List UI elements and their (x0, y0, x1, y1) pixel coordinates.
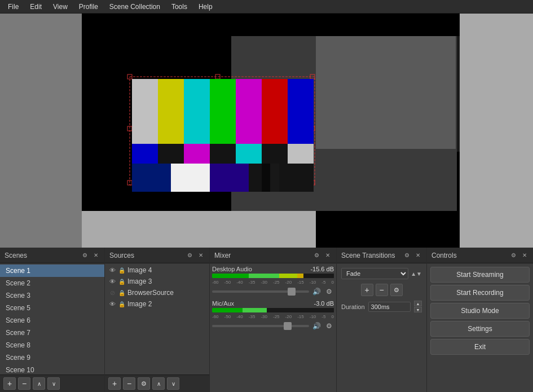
duration-down-button[interactable]: ▼ (414, 307, 422, 312)
track-header: Mic/Aux -3.0 dB (212, 300, 334, 307)
mute-button[interactable]: 🔊 (311, 287, 321, 297)
sources-panel-header: Sources ⚙ ✕ (105, 248, 209, 263)
mixer-panel: Mixer ⚙ ✕ Desktop Audio -15.6 dB (210, 248, 337, 392)
scene-item[interactable]: Scene 9 (0, 351, 104, 364)
lock-icon: 🔒 (118, 279, 125, 285)
scene-item[interactable]: Scene 1 (0, 265, 104, 277)
add-transition-button[interactable]: + (361, 284, 373, 296)
source-label: Image 4 (127, 266, 152, 274)
transitions-panel-header: Scene Transitions ⚙ ✕ (337, 248, 426, 263)
scene-up-button[interactable]: ∧ (33, 377, 45, 390)
svg-rect-6 (82, 36, 85, 211)
mixer-settings-button[interactable]: ⚙ (324, 287, 334, 297)
transitions-close-icon[interactable]: ✕ (414, 252, 422, 259)
scenes-toolbar: + − ∧ ∨ (0, 375, 104, 392)
scene-item[interactable]: Scene 7 (0, 327, 104, 339)
mixer-panel-icons: ⚙ ✕ (312, 252, 332, 259)
scene-down-button[interactable]: ∨ (47, 377, 60, 390)
menubar: File Edit View Profile Scene Collection … (0, 0, 533, 14)
fader-row: 🔊 ⚙ (212, 321, 334, 331)
source-label: BrowserSource (127, 289, 174, 297)
scene-item[interactable]: Scene 3 (0, 289, 104, 302)
menu-profile[interactable]: Profile (73, 2, 104, 12)
source-label: Image 2 (127, 300, 152, 308)
source-item[interactable]: ⊘ 🔒 BrowserSource (105, 287, 209, 298)
scenes-config-icon[interactable]: ⚙ (81, 252, 89, 259)
mute-button[interactable]: 🔊 (311, 321, 321, 331)
controls-config-icon[interactable]: ⚙ (509, 252, 517, 259)
duration-input[interactable] (368, 302, 411, 312)
source-item[interactable]: 👁 🔒 Image 4 (105, 265, 209, 276)
preview-area (0, 14, 533, 248)
add-source-button[interactable]: + (108, 377, 121, 390)
transition-select-row: Fade Cut Swipe ▲▼ (341, 268, 422, 279)
transitions-config-icon[interactable]: ⚙ (403, 252, 411, 259)
remove-transition-button[interactable]: − (376, 284, 388, 296)
source-config-button[interactable]: ⚙ (138, 377, 150, 390)
transitions-panel: Scene Transitions ⚙ ✕ Fade Cut Swipe ▲▼ … (337, 248, 427, 392)
svg-rect-33 (171, 164, 210, 192)
menu-file[interactable]: File (2, 2, 24, 12)
source-item[interactable]: 👁 🔒 Image 3 (105, 276, 209, 287)
add-scene-button[interactable]: + (3, 377, 16, 390)
menu-tools[interactable]: Tools (166, 2, 193, 12)
track-name: Desktop Audio (212, 266, 252, 272)
menu-scene-collection[interactable]: Scene Collection (104, 2, 166, 12)
scene-item[interactable]: Scene 5 (0, 302, 104, 314)
svg-rect-25 (132, 144, 158, 164)
mixer-config-icon[interactable]: ⚙ (312, 252, 320, 259)
desktop-audio-fader[interactable] (212, 290, 309, 293)
fader-thumb[interactable] (284, 322, 292, 330)
duration-spinner: ▲ ▼ (414, 301, 422, 312)
transition-config-button[interactable]: ⚙ (390, 284, 403, 296)
mixer-content: Desktop Audio -15.6 dB -60-50-40-35-30-2… (210, 263, 336, 392)
svg-rect-23 (262, 79, 288, 144)
meter-orange (297, 274, 303, 278)
svg-rect-3 (460, 14, 533, 248)
studio-mode-button[interactable]: Studio Mode (430, 303, 530, 319)
sources-config-icon[interactable]: ⚙ (186, 252, 193, 259)
track-db: -15.6 dB (310, 266, 334, 272)
remove-source-button[interactable]: − (123, 377, 135, 390)
scene-item[interactable]: Scene 10 (0, 364, 104, 375)
eye-icon: 👁 (108, 301, 116, 307)
sources-close-icon[interactable]: ✕ (197, 252, 205, 259)
scene-list: Scene 1 Scene 2 Scene 3 Scene 5 Scene 6 … (0, 263, 104, 375)
preview-canvas (0, 14, 533, 248)
duration-row: Duration ▲ ▼ (341, 301, 422, 312)
controls-close-icon[interactable]: ✕ (521, 252, 528, 259)
svg-rect-39 (316, 36, 456, 149)
mic-aux-track: Mic/Aux -3.0 dB -60-50-40-35-30-25-20-15… (212, 300, 334, 331)
svg-rect-4 (82, 211, 316, 248)
menu-help[interactable]: Help (193, 2, 218, 12)
track-name: Mic/Aux (212, 300, 234, 307)
start-streaming-button[interactable]: Start Streaming (430, 267, 530, 283)
mixer-close-icon[interactable]: ✕ (324, 252, 332, 259)
duration-up-button[interactable]: ▲ (414, 301, 422, 306)
source-item[interactable]: 👁 🔒 Image 2 (105, 298, 209, 310)
fader-thumb[interactable] (288, 288, 296, 296)
scenes-panel: Scenes ⚙ ✕ Scene 1 Scene 2 Scene 3 Scene… (0, 248, 105, 392)
start-recording-button[interactable]: Start Recording (430, 285, 530, 301)
menu-edit[interactable]: Edit (24, 2, 47, 12)
svg-rect-28 (210, 144, 236, 164)
meter-green2 (249, 274, 279, 278)
sources-panel-icons: ⚙ ✕ (186, 252, 205, 259)
meter-yellow (279, 274, 297, 278)
mixer-settings-button[interactable]: ⚙ (324, 321, 334, 331)
settings-button[interactable]: Settings (430, 321, 530, 337)
remove-scene-button[interactable]: − (18, 377, 30, 390)
source-up-button[interactable]: ∧ (152, 377, 165, 390)
scene-item[interactable]: Scene 8 (0, 339, 104, 351)
exit-button[interactable]: Exit (430, 339, 530, 355)
menu-view[interactable]: View (47, 2, 73, 12)
source-down-button[interactable]: ∨ (167, 377, 179, 390)
svg-rect-34 (210, 164, 249, 192)
scene-item[interactable]: Scene 2 (0, 277, 104, 289)
svg-rect-2 (82, 14, 460, 36)
transition-type-select[interactable]: Fade Cut Swipe (341, 268, 408, 279)
meter-empty (267, 308, 334, 312)
scenes-close-icon[interactable]: ✕ (92, 252, 100, 259)
scene-item[interactable]: Scene 6 (0, 314, 104, 327)
mic-aux-fader[interactable] (212, 325, 309, 327)
